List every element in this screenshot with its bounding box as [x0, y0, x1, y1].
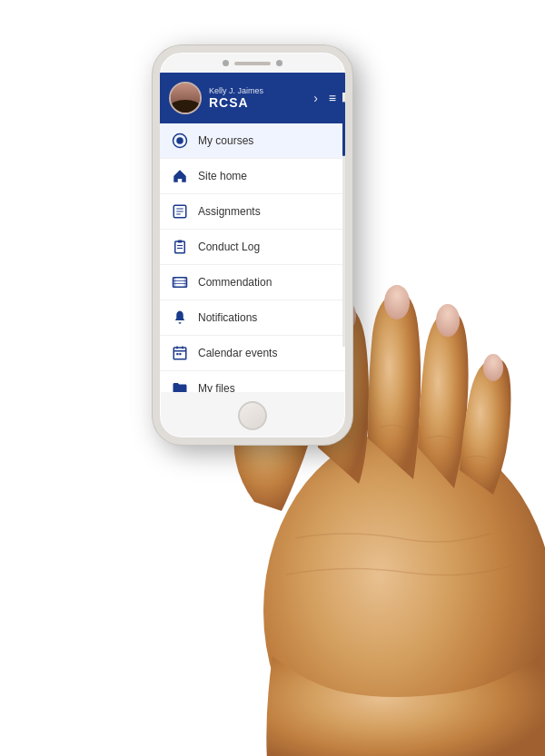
scroll-thumb: [342, 102, 345, 156]
avatar-hair: [171, 100, 200, 113]
my-files-label: My files: [198, 382, 235, 392]
svg-rect-12: [184, 278, 187, 288]
calendar-events-label: Calendar events: [198, 347, 277, 359]
assignments-label: Assignments: [198, 205, 261, 218]
camera: [223, 60, 229, 66]
clipboard-icon: [171, 238, 189, 256]
hamburger-icon[interactable]: ≡: [329, 91, 336, 105]
phone: Kelly J. Jaimes RCSA › ≡: [153, 45, 352, 445]
scroll-indicator: [342, 93, 345, 347]
org-name: RCSA: [209, 95, 306, 110]
menu-item-conduct-log[interactable]: Conduct Log: [160, 230, 345, 265]
phone-wrapper: Kelly J. Jaimes RCSA › ≡: [153, 45, 352, 445]
menu-item-notifications[interactable]: Notifications: [160, 300, 345, 336]
menu-item-assignments[interactable]: Assignments: [160, 194, 345, 230]
menu-item-my-courses[interactable]: My courses: [160, 123, 345, 159]
film-icon: [171, 273, 189, 291]
menu-item-site-home[interactable]: Site home: [160, 159, 345, 194]
app-header[interactable]: Kelly J. Jaimes RCSA › ≡: [160, 73, 345, 123]
notifications-label: Notifications: [198, 311, 257, 324]
screen: Kelly J. Jaimes RCSA › ≡: [160, 73, 345, 392]
home-icon: [171, 167, 189, 185]
avatar-face: [171, 83, 200, 113]
camera2: [276, 60, 282, 66]
avatar: [169, 82, 202, 114]
menu-item-my-files[interactable]: My files: [160, 371, 345, 392]
bell-icon: [171, 309, 189, 327]
svg-rect-11: [173, 278, 176, 288]
commendation-label: Commendation: [198, 276, 272, 289]
svg-rect-20: [179, 353, 181, 355]
menu-list: My courses Site home: [160, 123, 345, 392]
scene: Kelly J. Jaimes RCSA › ≡: [0, 0, 545, 756]
menu-item-commendation[interactable]: Commendation: [160, 265, 345, 300]
conduct-log-label: Conduct Log: [198, 241, 260, 253]
header-text: Kelly J. Jaimes RCSA: [209, 86, 306, 110]
speaker: [234, 62, 271, 65]
svg-rect-7: [178, 241, 183, 243]
svg-rect-19: [176, 353, 178, 355]
my-courses-label: My courses: [198, 134, 253, 147]
user-name: Kelly J. Jaimes: [209, 86, 306, 95]
svg-rect-6: [175, 241, 185, 253]
menu-item-calendar-events[interactable]: Calendar events: [160, 336, 345, 371]
list-icon: [171, 202, 189, 221]
home-button[interactable]: [238, 401, 267, 430]
site-home-label: Site home: [198, 170, 247, 182]
header-arrow-icon[interactable]: ›: [313, 91, 318, 105]
svg-point-1: [176, 137, 183, 144]
calendar-icon: [171, 344, 189, 362]
phone-top: [223, 60, 282, 66]
circle-dot-icon: [171, 132, 189, 150]
folder-icon: [171, 379, 189, 392]
